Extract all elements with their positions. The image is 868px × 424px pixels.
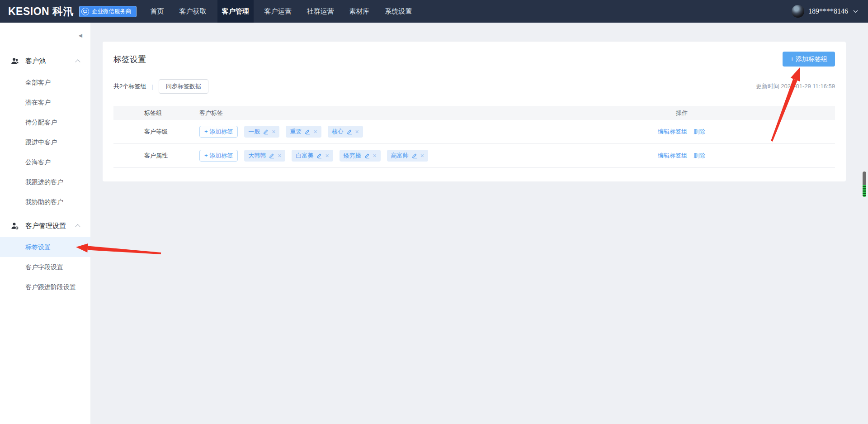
sidebar-item-customer-field-settings[interactable]: 客户字段设置 [0,257,90,277]
sidebar-item-following-customers[interactable]: 跟进中客户 [0,132,90,152]
tag-chip: 一般 × [244,126,279,138]
main-nav: 首页 客户获取 客户管理 客户运营 社群运营 素材库 系统设置 [143,0,420,23]
add-tag-button[interactable]: + 添加标签 [199,150,238,162]
page-title: 标签设置 [113,54,146,65]
nav-item-customer-management[interactable]: 客户管理 [217,0,254,23]
nav-item-material-library[interactable]: 素材库 [345,0,374,23]
table-row: 客户属性 + 添加标签 大韩韩 × 白富美 × 矮穷挫 [113,144,835,168]
tag-list: + 添加标签 大韩韩 × 白富美 × 矮穷挫 × [199,150,658,162]
tag-chip: 矮穷挫 × [340,150,381,162]
main-content: 标签设置 + 添加标签组 共2个标签组 | 同步标签数据 更新时间 2021-0… [90,23,868,424]
sidebar-group-title: 客户管理设置 [25,222,66,230]
remove-tag-icon[interactable]: × [373,152,377,159]
edit-tag-group-link[interactable]: 编辑标签组 [658,152,687,160]
column-header-tag-group: 标签组 [113,109,199,117]
edit-tag-icon[interactable] [364,153,370,158]
sidebar-item-unassigned-customers[interactable]: 待分配客户 [0,112,90,132]
sidebar-group-title: 客户池 [25,57,46,66]
sidebar-item-all-customers[interactable]: 全部客户 [0,72,90,92]
tag-chip: 核心 × [328,126,363,138]
remove-tag-icon[interactable]: × [325,152,329,159]
user-phone: 189****8146 [808,7,848,15]
remove-tag-icon[interactable]: × [420,152,424,159]
tag-chip: 重要 × [286,126,321,138]
customer-settings-icon [11,222,19,230]
divider: | [151,83,153,90]
edit-tag-icon[interactable] [347,129,352,134]
tag-label: 高富帅 [391,152,409,160]
sidebar-item-potential-customers[interactable]: 潜在客户 [0,92,90,112]
row-actions: 编辑标签组 删除 [658,128,835,136]
nav-item-customer-acquisition[interactable]: 客户获取 [175,0,211,23]
remove-tag-icon[interactable]: × [355,129,359,135]
sidebar-item-my-assisted-customers[interactable]: 我协助的客户 [0,192,90,212]
user-avatar[interactable] [792,5,804,18]
delete-tag-group-link[interactable]: 删除 [693,152,705,160]
scrollbar-progress [863,185,866,197]
table-row: 客户等级 + 添加标签 一般 × 重要 × 核心 [113,120,835,144]
sidebar-collapse-icon[interactable]: ◀ [79,33,82,38]
column-header-actions: 操作 [658,109,835,117]
chat-bubble-icon [81,8,89,15]
app-logo: KESION 科汛 [8,5,74,19]
tag-settings-card: 标签设置 + 添加标签组 共2个标签组 | 同步标签数据 更新时间 2021-0… [103,42,846,181]
chevron-down-icon [853,10,858,13]
sidebar-item-public-sea-customers[interactable]: 公海客户 [0,152,90,172]
sidebar-item-followup-stage-settings[interactable]: 客户跟进阶段设置 [0,277,90,297]
table-header-row: 标签组 客户标签 操作 [113,106,835,120]
tag-chip: 白富美 × [292,150,333,162]
nav-item-community-operation[interactable]: 社群运营 [302,0,339,23]
customers-group-icon [11,57,19,65]
sidebar-item-tag-settings[interactable]: 标签设置 [0,237,90,257]
edit-tag-icon[interactable] [316,153,322,158]
tag-label: 矮穷挫 [344,152,361,160]
sidebar-group-customer-pool[interactable]: 客户池 [0,50,90,72]
row-actions: 编辑标签组 删除 [658,152,835,160]
sidebar: ◀ 客户池 全部客户 潜在客户 待分配客户 跟进中客户 公海客户 我跟进的客户 … [0,23,90,424]
tag-group-name: 客户等级 [113,128,199,136]
remove-tag-icon[interactable]: × [278,152,281,159]
tag-label: 重要 [290,128,302,136]
wechat-service-badge: 企业微信服务商 [79,6,137,17]
tag-label: 一般 [248,128,260,136]
add-tag-group-button[interactable]: + 添加标签组 [783,52,835,67]
tag-label: 白富美 [296,152,313,160]
edit-tag-icon[interactable] [305,129,310,134]
edit-tag-icon[interactable] [412,153,417,158]
sidebar-item-my-followed-customers[interactable]: 我跟进的客户 [0,172,90,192]
chevron-up-icon [75,224,80,229]
tag-list: + 添加标签 一般 × 重要 × 核心 × [199,126,658,138]
edit-tag-icon[interactable] [263,129,269,134]
nav-item-system-settings[interactable]: 系统设置 [381,0,417,23]
nav-item-home[interactable]: 首页 [146,0,169,23]
toolbar: 共2个标签组 | 同步标签数据 更新时间 2021-01-29 11:16:59 [113,79,835,94]
sidebar-group-management-settings[interactable]: 客户管理设置 [0,214,90,237]
remove-tag-icon[interactable]: × [272,129,275,135]
tag-chip: 高富帅 × [387,150,428,162]
card-header: 标签设置 + 添加标签组 [113,52,835,67]
tag-chip: 大韩韩 × [244,150,285,162]
updated-timestamp: 更新时间 2021-01-29 11:16:59 [756,82,835,91]
chevron-up-icon [75,59,80,64]
tag-group-count: 共2个标签组 [113,82,146,91]
column-header-customer-tags: 客户标签 [199,109,658,117]
delete-tag-group-link[interactable]: 删除 [693,128,705,136]
scrollbar-thumb[interactable] [862,171,867,198]
tag-group-name: 客户属性 [113,152,199,160]
remove-tag-icon[interactable]: × [313,129,317,135]
edit-tag-icon[interactable] [269,153,274,158]
add-tag-button[interactable]: + 添加标签 [199,126,238,138]
tag-label: 核心 [332,128,344,136]
sync-tag-data-button[interactable]: 同步标签数据 [159,79,208,94]
badge-label: 企业微信服务商 [92,8,132,15]
edit-tag-group-link[interactable]: 编辑标签组 [658,128,687,136]
tag-group-table: 标签组 客户标签 操作 客户等级 + 添加标签 一般 × 重要 [113,106,835,168]
tag-label: 大韩韩 [248,152,266,160]
top-navbar: KESION 科汛 企业微信服务商 首页 客户获取 客户管理 客户运营 社群运营… [0,0,868,23]
user-menu[interactable]: 189****8146 [792,5,868,18]
nav-item-customer-operation[interactable]: 客户运营 [260,0,296,23]
